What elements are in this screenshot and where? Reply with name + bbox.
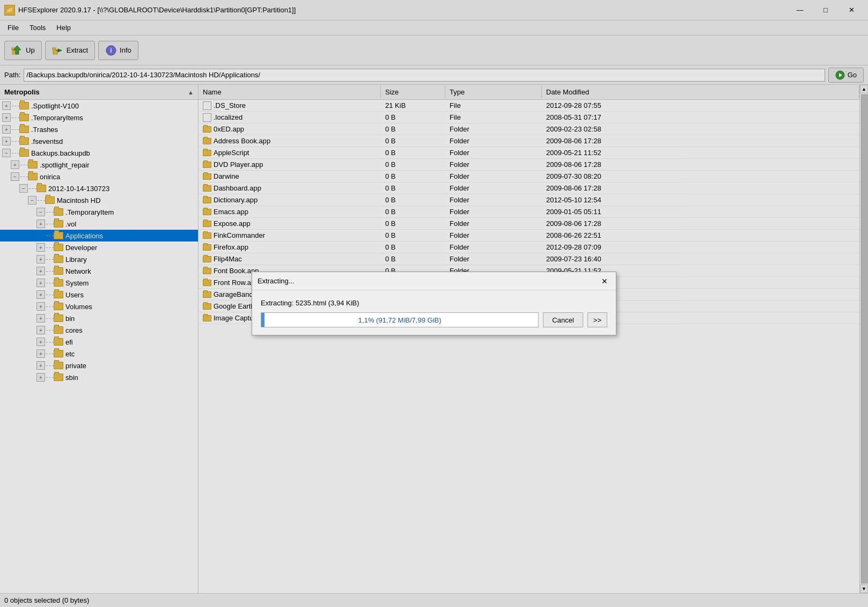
modal-overlay: Extracting... ✕ Extracting: 5235.html (3…: [0, 0, 868, 607]
modal-dialog: Extracting... ✕ Extracting: 5235.html (3…: [252, 272, 616, 335]
modal-title: Extracting...: [258, 277, 295, 285]
modal-progress-bar: 1,1% (91,72 MiB/7,99 GiB): [261, 312, 539, 327]
modal-progress-row: 1,1% (91,72 MiB/7,99 GiB) Cancel >>: [261, 312, 607, 327]
modal-detail-button[interactable]: >>: [587, 312, 607, 327]
modal-close-button[interactable]: ✕: [599, 275, 610, 287]
modal-progress-label: 1,1% (91,72 MiB/7,99 GiB): [261, 313, 538, 327]
modal-cancel-button[interactable]: Cancel: [543, 312, 583, 327]
modal-extracting-text: Extracting: 5235.html (3,94 KiB): [261, 299, 607, 307]
modal-body: Extracting: 5235.html (3,94 KiB) 1,1% (9…: [252, 290, 616, 335]
modal-title-bar: Extracting... ✕: [252, 272, 616, 290]
